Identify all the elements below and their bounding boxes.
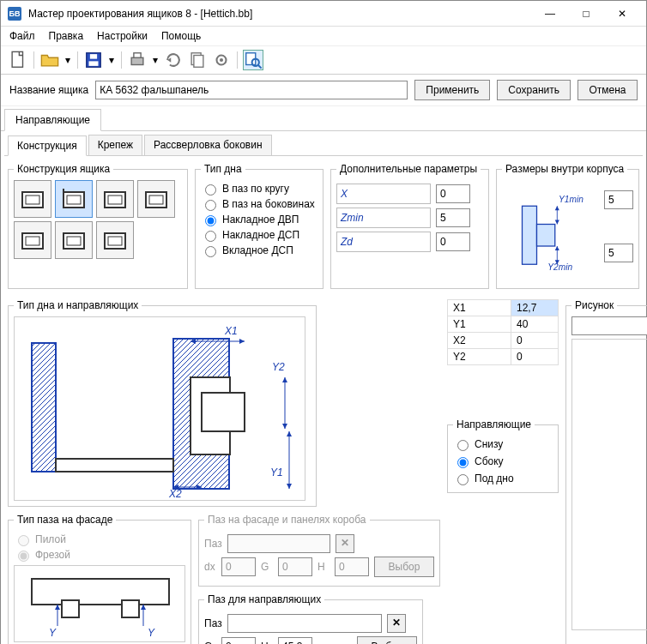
apply-button[interactable]: Применить (414, 80, 490, 100)
svg-line-13 (258, 65, 262, 69)
svg-marker-50 (282, 377, 287, 382)
box-type-5[interactable] (14, 221, 51, 259)
inner-tab-construction[interactable]: Конструкция (8, 135, 87, 156)
minimize-button[interactable]: ― (533, 3, 567, 24)
save-button[interactable]: Сохранить (497, 80, 571, 100)
svg-marker-33 (555, 206, 559, 210)
save-dropdown-icon[interactable]: ▾ (107, 50, 116, 70)
groove1-dx (221, 557, 256, 576)
box-type-6[interactable] (55, 221, 93, 259)
menu-edit[interactable]: Правка (49, 30, 84, 42)
coord-x2: 0 (511, 333, 559, 349)
svg-text:Y1min: Y1min (559, 195, 584, 204)
group-picture: Рисунок (571, 299, 617, 311)
param-zd-input[interactable] (436, 232, 470, 251)
guides-under[interactable]: Под дно (453, 472, 553, 485)
box-type-2[interactable] (55, 180, 93, 218)
y1min-input[interactable] (604, 190, 633, 209)
box-type-7[interactable] (96, 221, 134, 259)
picture-preview (571, 339, 647, 630)
param-zmin-sketch: Zmin (336, 208, 431, 228)
box-type-4[interactable] (137, 180, 175, 218)
box-name-input[interactable] (95, 81, 408, 99)
groove1-h (335, 557, 369, 576)
tool-print-dropdown-icon[interactable]: ▾ (151, 50, 160, 70)
groove2-g[interactable] (221, 637, 256, 644)
svg-text:Y2: Y2 (272, 361, 285, 373)
coord-x1: 12,7 (511, 300, 559, 316)
svg-rect-5 (134, 53, 141, 58)
groove2-clear[interactable]: ✕ (387, 614, 406, 633)
tool-rotate-icon[interactable] (163, 50, 184, 70)
close-button[interactable]: ✕ (605, 3, 639, 24)
svg-point-10 (220, 58, 223, 62)
box-type-1[interactable] (14, 180, 51, 218)
group-groove-facade-panels: Паз на фасаде и панелях короба (204, 514, 370, 526)
svg-rect-61 (62, 600, 79, 617)
param-zd-sketch: Zd (336, 232, 431, 252)
group-box-construction: Конструкция ящика (14, 163, 113, 175)
svg-rect-62 (122, 600, 139, 617)
save-icon[interactable] (83, 50, 104, 70)
svg-rect-29 (523, 206, 537, 264)
guides-bottom[interactable]: Снизу (453, 437, 553, 451)
tool-gear-icon[interactable] (211, 50, 232, 70)
svg-rect-2 (90, 54, 97, 59)
coord-table[interactable]: X112,7 Y140 X20 Y20 (447, 299, 559, 365)
svg-text:Y: Y (148, 627, 155, 639)
new-file-icon[interactable] (8, 50, 28, 70)
param-zmin-input[interactable] (436, 208, 470, 227)
inner-tab-drilling[interactable]: Рассверловка боковин (144, 135, 271, 155)
group-guides-pos: Направляющие (453, 418, 535, 430)
box-name-label: Название ящика (9, 84, 88, 96)
inner-tab-fasteners[interactable]: Крепеж (88, 135, 142, 155)
cancel-button[interactable]: Отмена (577, 80, 638, 100)
groove2-label: Паз (204, 617, 222, 629)
guides-side[interactable]: Сбоку (453, 454, 553, 468)
svg-marker-34 (555, 220, 559, 224)
menu-settings[interactable]: Настройки (97, 30, 148, 42)
tab-guides[interactable]: Направляющие (4, 109, 101, 131)
svg-text:X1: X1 (224, 325, 238, 337)
bottom-overlay-dvp[interactable]: Накладное ДВП (201, 213, 317, 226)
tool-print-icon[interactable] (127, 50, 148, 70)
svg-rect-3 (89, 61, 99, 66)
svg-text:Y1: Y1 (270, 466, 283, 478)
groove1-choose: Выбор (374, 557, 434, 577)
bottom-sides[interactable]: В паз на боковинах (201, 197, 317, 211)
groove2-value[interactable] (227, 614, 382, 633)
groove1-g (278, 557, 312, 576)
param-x-sketch: X (336, 184, 431, 204)
svg-text:X2: X2 (168, 488, 182, 500)
groove2-h[interactable] (278, 637, 312, 644)
tool-page-icon[interactable] (187, 50, 208, 70)
svg-rect-30 (537, 225, 555, 247)
svg-marker-51 (282, 424, 287, 429)
tool-preview-icon[interactable] (243, 50, 263, 70)
groove2-choose[interactable]: Выбор (357, 636, 417, 644)
maximize-button[interactable]: □ (569, 3, 603, 24)
svg-rect-60 (32, 579, 169, 605)
group-inner-dims: Размеры внутри корпуса (502, 163, 627, 175)
group-groove-guides: Паз для направляющих (204, 593, 324, 605)
open-folder-icon[interactable] (39, 50, 60, 70)
svg-marker-54 (287, 431, 292, 436)
svg-marker-47 (239, 339, 245, 344)
svg-rect-8 (194, 56, 203, 68)
picture-path-input[interactable] (571, 316, 647, 335)
bottom-overlay-dsp[interactable]: Накладное ДСП (201, 228, 317, 242)
coord-y1: 40 (511, 316, 559, 333)
param-x-input[interactable] (436, 184, 470, 203)
svg-rect-41 (56, 459, 173, 472)
bottom-around[interactable]: В паз по кругу (201, 182, 317, 196)
menu-help[interactable]: Помощь (161, 30, 201, 42)
svg-text:Y: Y (49, 627, 57, 639)
group-facade-groove-type: Тип паза на фасаде (14, 514, 116, 526)
menu-file[interactable]: Файл (9, 30, 35, 42)
groove1-label: Паз (204, 538, 222, 550)
bottom-inset-dsp[interactable]: Вкладное ДСП (201, 244, 317, 257)
inner-dims-figure: Y1min Y2min (502, 180, 601, 283)
open-dropdown-icon[interactable]: ▾ (63, 50, 72, 70)
box-type-3[interactable] (96, 180, 134, 218)
y2min-input[interactable] (604, 244, 633, 262)
